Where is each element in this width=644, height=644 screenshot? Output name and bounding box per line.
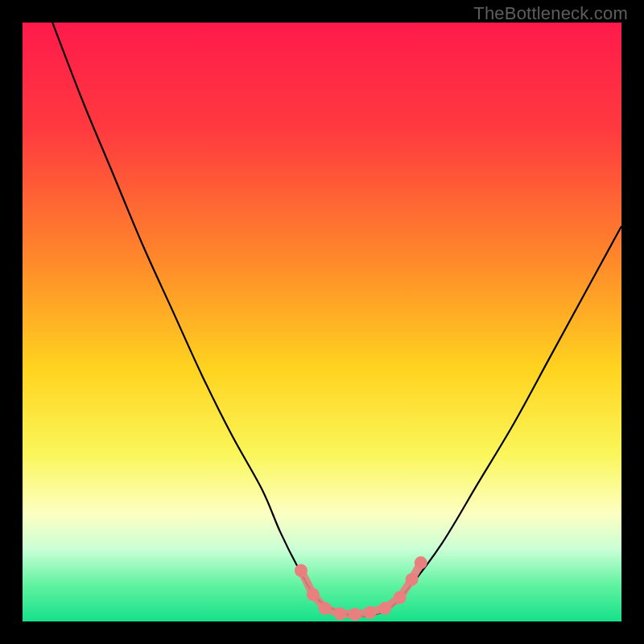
watermark-text: TheBottleneck.com [473, 3, 628, 24]
chart-svg [23, 23, 621, 621]
marker-dot [295, 564, 308, 577]
marker-dot [394, 591, 407, 604]
gradient-background [23, 23, 621, 621]
marker-dot [307, 588, 320, 601]
marker-dot [378, 602, 391, 615]
marker-dot [406, 573, 419, 586]
marker-dot [319, 602, 332, 615]
marker-dot [349, 608, 361, 621]
marker-dot [333, 607, 346, 620]
marker-dot [415, 556, 427, 569]
marker-dot [364, 606, 377, 619]
chart-frame: TheBottleneck.com [0, 0, 644, 644]
plot-area [23, 23, 621, 621]
